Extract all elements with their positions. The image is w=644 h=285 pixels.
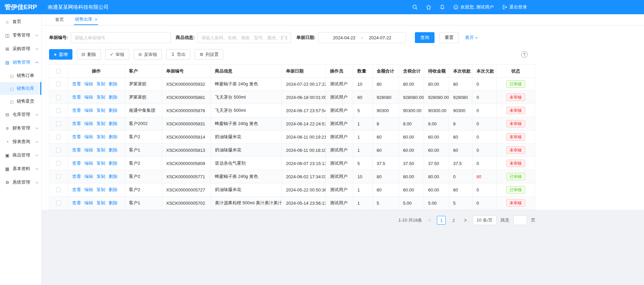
view-link[interactable]: 查看 (72, 160, 81, 166)
sidebar-item-home[interactable]: 首页 (0, 15, 41, 28)
sidebar-item-finance[interactable]: 财务管理 (0, 121, 41, 135)
row-checkbox[interactable] (56, 95, 61, 100)
tab-home[interactable]: 首页 (54, 14, 65, 25)
delete-link[interactable]: 删除 (109, 121, 117, 127)
copy-link[interactable]: 复制 (96, 160, 105, 166)
row-checkbox[interactable] (56, 148, 61, 152)
copy-link[interactable]: 复制 (96, 174, 105, 180)
view-link[interactable]: 查看 (72, 121, 81, 127)
delete-button[interactable]: 删除 (77, 49, 101, 60)
copy-link[interactable]: 复制 (96, 94, 105, 100)
delete-link[interactable]: 删除 (109, 81, 117, 87)
edit-link[interactable]: 编辑 (84, 174, 93, 180)
next-page-button[interactable]: > (462, 218, 469, 223)
delete-link[interactable]: 删除 (109, 107, 117, 114)
date-range-picker[interactable]: 2024-04-22 ~ 2024-07-22 (318, 32, 406, 43)
column-header: 含税合计 (399, 65, 424, 78)
page-jump-input[interactable] (513, 216, 527, 225)
column-settings-button[interactable]: 列设置 (195, 49, 223, 60)
copy-link[interactable]: 复制 (96, 81, 105, 87)
edit-link[interactable]: 编辑 (84, 134, 93, 140)
row-select-cell (49, 91, 68, 104)
sidebar-item-system[interactable]: 系统管理 (0, 176, 41, 189)
prev-page-button[interactable]: < (426, 218, 433, 223)
edit-link[interactable]: 编辑 (84, 94, 93, 100)
sidebar-item-retail[interactable]: 零售管理 (0, 28, 41, 42)
user-menu[interactable]: 欢迎您, 测试用户 (453, 4, 494, 10)
expand-filters-link[interactable]: 展开 (465, 35, 478, 41)
row-checkbox[interactable] (56, 82, 61, 86)
delete-link[interactable]: 删除 (109, 187, 117, 193)
sidebar-item-purchase[interactable]: 采购管理 (0, 42, 41, 56)
edit-link[interactable]: 编辑 (84, 107, 93, 114)
delete-link[interactable]: 删除 (109, 200, 117, 206)
sidebar-item-product[interactable]: 商品管理 (0, 148, 41, 162)
sidebar-item-warehouse[interactable]: 仓库管理 (0, 108, 41, 121)
edit-link[interactable]: 编辑 (84, 187, 93, 193)
cell-receivable: 60.00 (424, 144, 449, 157)
edit-link[interactable]: 编辑 (84, 200, 93, 206)
copy-link[interactable]: 复制 (96, 187, 105, 193)
view-link[interactable]: 查看 (72, 94, 81, 100)
sidebar-item-sales-outbound[interactable]: 销售出库 (0, 82, 41, 95)
sidebar-item-basic-data[interactable]: 基本资料 (0, 162, 41, 176)
tab-sales-outbound[interactable]: 销售出库 × (74, 14, 98, 25)
search-button[interactable]: 查询 (415, 32, 435, 43)
copy-link[interactable]: 复制 (96, 200, 105, 206)
sidebar-item-sales[interactable]: 销售管理 (0, 56, 41, 69)
row-checkbox[interactable] (56, 135, 61, 139)
row-checkbox[interactable] (56, 121, 61, 126)
view-link[interactable]: 查看 (72, 81, 81, 87)
row-checkbox[interactable] (56, 201, 61, 205)
sidebar-item-sales-return[interactable]: 销售退货 (0, 95, 41, 108)
copy-link[interactable]: 复制 (96, 121, 105, 127)
page-size-select[interactable]: 10 条/页 (473, 216, 496, 225)
sidebar-item-report[interactable]: 报表查询 (0, 135, 41, 148)
sidebar-item-label: 商品管理 (13, 152, 30, 158)
page-number-button[interactable]: 2 (449, 216, 458, 225)
date-start[interactable]: 2024-04-22 (333, 35, 356, 40)
view-link[interactable]: 查看 (72, 174, 81, 180)
view-link[interactable]: 查看 (72, 200, 81, 206)
copy-link[interactable]: 复制 (96, 147, 105, 153)
status-badge: 已审核 (506, 80, 525, 88)
cell-product: 飞天茅台 500ml (211, 104, 282, 117)
audit-button[interactable]: 审核 (105, 49, 129, 60)
delete-link[interactable]: 删除 (109, 160, 117, 166)
row-checkbox[interactable] (56, 161, 61, 166)
select-all-checkbox[interactable] (56, 69, 61, 74)
edit-link[interactable]: 编辑 (84, 147, 93, 153)
delete-link[interactable]: 删除 (109, 94, 117, 100)
delete-link[interactable]: 删除 (109, 174, 117, 180)
edit-link[interactable]: 编辑 (84, 121, 93, 127)
logout-button[interactable]: 退出登录 (502, 4, 527, 10)
edit-link[interactable]: 编辑 (84, 160, 93, 166)
bell-icon[interactable] (440, 4, 445, 10)
row-checkbox[interactable] (56, 108, 61, 113)
row-checkbox[interactable] (56, 187, 61, 192)
delete-link[interactable]: 删除 (109, 147, 117, 153)
reset-button[interactable]: 重置 (439, 32, 459, 43)
add-button[interactable]: 新增 (49, 49, 72, 60)
view-link[interactable]: 查看 (72, 107, 81, 114)
copy-link[interactable]: 复制 (96, 107, 105, 114)
cell-receivable: 90300.00 (424, 104, 449, 117)
view-link[interactable]: 查看 (72, 134, 81, 140)
view-link[interactable]: 查看 (72, 187, 81, 193)
sidebar-item-sales-order[interactable]: 销售订单 (0, 69, 41, 82)
tab-close-icon[interactable]: × (95, 17, 97, 22)
bill-no-input[interactable] (71, 32, 171, 43)
product-info-input[interactable] (198, 32, 291, 43)
view-link[interactable]: 查看 (72, 147, 81, 153)
copy-link[interactable]: 复制 (96, 134, 105, 140)
unaudit-button[interactable]: 反审核 (134, 49, 162, 60)
search-icon[interactable] (412, 4, 418, 10)
delete-link[interactable]: 删除 (109, 134, 117, 140)
home-icon[interactable] (426, 4, 431, 10)
row-checkbox[interactable] (56, 174, 61, 179)
edit-link[interactable]: 编辑 (84, 81, 93, 87)
date-end[interactable]: 2024-07-22 (369, 35, 392, 40)
help-icon[interactable]: ? (521, 51, 528, 58)
export-button[interactable]: 导出 (166, 49, 190, 60)
page-number-button[interactable]: 1 (437, 216, 446, 225)
